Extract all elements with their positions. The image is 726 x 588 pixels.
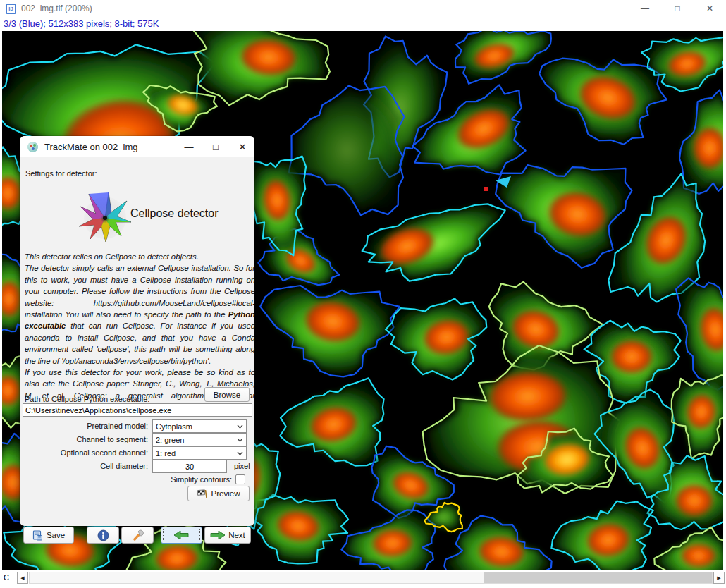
window-maximize-button[interactable]: □ bbox=[661, 0, 694, 17]
simplify-contours-checkbox[interactable] bbox=[235, 474, 245, 484]
scroll-left-button[interactable]: ◀ bbox=[17, 572, 28, 584]
red-spot-marker bbox=[484, 187, 488, 191]
next-button[interactable]: Next bbox=[204, 527, 251, 544]
pretrained-model-select[interactable]: Cytoplasm bbox=[152, 419, 247, 433]
preview-button[interactable]: Preview bbox=[187, 486, 250, 501]
settings-for-detector-label: Settings for detector: bbox=[25, 169, 97, 178]
arrow-left-icon bbox=[174, 531, 189, 539]
window-close-button[interactable]: ✕ bbox=[694, 0, 726, 17]
save-icon bbox=[32, 530, 43, 541]
chevron-down-icon bbox=[237, 438, 243, 442]
channel-slider-bar: C ◀ ▶ bbox=[0, 571, 726, 585]
imagej-icon: IJ bbox=[6, 4, 16, 14]
dialog-maximize-button[interactable]: □ bbox=[211, 142, 221, 152]
chevron-down-icon bbox=[237, 424, 243, 429]
python-path-input[interactable] bbox=[23, 403, 252, 417]
wrench-icon bbox=[132, 529, 144, 541]
scroll-right-button[interactable]: ▶ bbox=[713, 572, 725, 584]
back-button[interactable] bbox=[161, 527, 202, 544]
imagej-window-titlebar: IJ 002_img.tif (200%) — □ ✕ bbox=[0, 0, 726, 17]
info-icon bbox=[97, 529, 109, 541]
channel-slider-label: C bbox=[4, 573, 9, 582]
wrench-button[interactable] bbox=[121, 527, 154, 544]
checkered-flag-icon bbox=[197, 489, 208, 498]
dialog-minimize-button[interactable]: — bbox=[184, 142, 194, 152]
simplify-contours-label: Simplify contours: bbox=[171, 475, 232, 484]
window-title: 002_img.tif (200%) bbox=[21, 4, 92, 13]
cell-diameter-input[interactable] bbox=[152, 460, 227, 473]
channel-slider-thumb[interactable] bbox=[484, 572, 712, 583]
browse-button[interactable]: Browse bbox=[204, 387, 250, 402]
image-info-text: 3/3 (Blue); 512x383 pixels; 8-bit; 575K bbox=[4, 18, 159, 29]
image-status-bar: 3/3 (Blue); 512x383 pixels; 8-bit; 575K bbox=[0, 17, 726, 31]
optional-second-channel-select[interactable]: 1: red bbox=[152, 446, 247, 460]
cell-diameter-label: Cell diameter: bbox=[100, 462, 148, 470]
pixel-unit-label: pixel bbox=[234, 462, 250, 470]
chevron-down-icon bbox=[237, 451, 243, 455]
channel-to-segment-label: Channel to segment: bbox=[76, 435, 148, 443]
detector-name: Cellpose detector bbox=[130, 207, 219, 220]
optional-second-channel-label: Optional second channel: bbox=[61, 448, 148, 457]
trackmate-dialog: TrackMate on 002_img — □ ✕ Settings for … bbox=[20, 136, 254, 526]
cellpose-logo bbox=[75, 185, 135, 246]
save-button[interactable]: Save bbox=[23, 527, 74, 544]
window-minimize-button[interactable]: — bbox=[629, 0, 661, 17]
python-path-label: Path to Cellpose Python executable: bbox=[25, 395, 149, 403]
pretrained-model-label: Pretrained model: bbox=[87, 422, 148, 430]
dialog-close-button[interactable]: ✕ bbox=[238, 142, 247, 152]
channel-to-segment-select[interactable]: 2: green bbox=[152, 433, 247, 446]
trackmate-icon bbox=[27, 142, 38, 152]
arrow-right-icon bbox=[210, 531, 225, 539]
trackmate-dialog-titlebar[interactable]: TrackMate on 002_img — □ ✕ bbox=[20, 136, 254, 157]
dialog-title: TrackMate on 002_img bbox=[44, 142, 137, 152]
channel-slider-track[interactable] bbox=[29, 572, 713, 584]
info-button[interactable] bbox=[87, 527, 119, 544]
